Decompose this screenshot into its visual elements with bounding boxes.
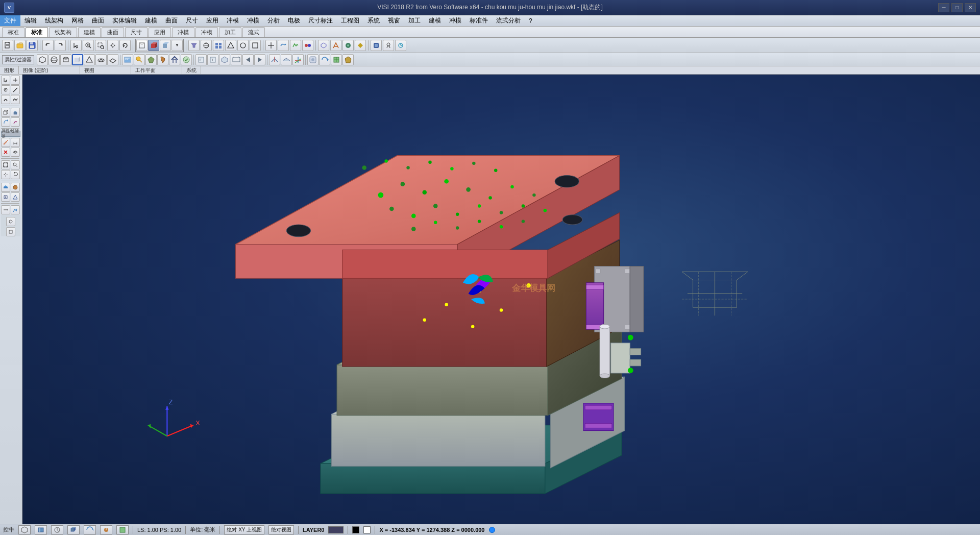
lt-zoom-win[interactable]: [11, 160, 20, 169]
status-view-abs[interactable]: 绝对视图: [268, 525, 294, 534]
lt-extra1[interactable]: [6, 217, 15, 226]
view-top[interactable]: T: [207, 54, 218, 65]
btn-h1[interactable]: [318, 40, 329, 51]
lt-point[interactable]: [1, 85, 10, 94]
menu-surface2[interactable]: 曲面: [161, 15, 182, 26]
tab-machining[interactable]: 加工: [219, 27, 241, 37]
status-btn6[interactable]: [100, 525, 112, 534]
menu-dim[interactable]: 尺寸: [182, 15, 202, 26]
lt-measure[interactable]: [1, 138, 10, 147]
lt-box3d[interactable]: [1, 108, 10, 117]
sys-btn1[interactable]: [307, 54, 318, 65]
shape-cylinder[interactable]: [60, 54, 71, 65]
wp-btn1[interactable]: [269, 54, 280, 65]
lt-zoom-fit[interactable]: [1, 160, 10, 169]
img-btn1[interactable]: [122, 54, 133, 65]
tab-dim[interactable]: 尺寸: [125, 27, 148, 37]
lt-hide[interactable]: [11, 148, 20, 157]
menu-edit[interactable]: 编辑: [20, 15, 41, 26]
lt-dim[interactable]: [11, 138, 20, 147]
tab-standard1[interactable]: 标准: [2, 27, 24, 37]
lt-tool4[interactable]: [11, 192, 20, 202]
menu-help[interactable]: ?: [525, 15, 536, 26]
menu-system[interactable]: 系统: [363, 15, 384, 26]
btn-undo[interactable]: [42, 40, 54, 51]
tab-stamp[interactable]: 冲模: [172, 27, 194, 37]
tab-standard2[interactable]: 标准: [26, 27, 48, 37]
lt-tool6[interactable]: [11, 205, 20, 214]
sys-btn3[interactable]: [331, 54, 342, 65]
img-btn2[interactable]: [134, 54, 145, 65]
lt-tool3[interactable]: [1, 192, 10, 202]
maximize-button[interactable]: □: [951, 3, 963, 12]
shape-sphere[interactable]: [48, 54, 60, 65]
menu-window[interactable]: 视窗: [384, 15, 404, 26]
wp-btn3[interactable]: [292, 54, 304, 65]
shape-torus[interactable]: [95, 54, 107, 65]
lt-tool5[interactable]: [1, 205, 10, 214]
3d-viewport[interactable]: 金华模具网 Z X: [22, 75, 980, 524]
btn-t8[interactable]: [302, 40, 313, 51]
menu-apply[interactable]: 应用: [202, 15, 223, 26]
lt-line[interactable]: [11, 85, 20, 94]
btn-sys2[interactable]: [383, 40, 394, 51]
tab-wireframe[interactable]: 线架构: [49, 27, 77, 37]
status-btn2[interactable]: [35, 525, 47, 534]
img-btn4[interactable]: [157, 54, 168, 65]
menu-stamp2[interactable]: 冲模: [243, 15, 263, 26]
lt-spline[interactable]: [11, 95, 20, 104]
btn-h4[interactable]: [355, 40, 366, 51]
view-iso[interactable]: [219, 54, 230, 65]
btn-new[interactable]: [2, 40, 13, 51]
lt-extra2[interactable]: [6, 227, 15, 236]
btn-save[interactable]: [27, 40, 38, 51]
lt-rotate3d[interactable]: [11, 170, 20, 179]
menu-machining[interactable]: 加工: [404, 15, 425, 26]
status-btn3[interactable]: [51, 525, 63, 534]
menu-build2[interactable]: 建模: [425, 15, 445, 26]
btn-t4[interactable]: [250, 40, 261, 51]
view-persp[interactable]: [231, 54, 242, 65]
btn-sys1[interactable]: [371, 40, 382, 51]
btn-t5[interactable]: [265, 40, 277, 51]
close-button[interactable]: ✕: [965, 3, 976, 12]
btn-select[interactable]: [70, 40, 82, 51]
wp-btn2[interactable]: [281, 54, 292, 65]
btn-filter2[interactable]: [201, 40, 212, 51]
tab-build[interactable]: 建模: [78, 27, 101, 37]
btn-filter1[interactable]: [188, 40, 200, 51]
menu-standard[interactable]: 标准件: [465, 15, 492, 26]
menu-flow[interactable]: 流式分析: [492, 15, 525, 26]
img-btn6[interactable]: [181, 54, 192, 65]
view-next[interactable]: [254, 54, 265, 65]
lt-sweep[interactable]: [11, 117, 20, 127]
btn-open[interactable]: [14, 40, 26, 51]
menu-dim-ann[interactable]: 尺寸标注: [304, 15, 337, 26]
tab-apply[interactable]: 应用: [149, 27, 171, 37]
btn-sys3[interactable]: [395, 40, 406, 51]
lt-tool2[interactable]: [11, 183, 20, 192]
shape-box2[interactable]: [72, 54, 83, 65]
btn-zoom-box[interactable]: [95, 40, 106, 51]
lt-tool1[interactable]: [1, 183, 10, 192]
btn-t1[interactable]: [213, 40, 224, 51]
sys-btn4[interactable]: [342, 54, 354, 65]
view-front[interactable]: F: [195, 54, 207, 65]
btn-zoom-all[interactable]: [83, 40, 94, 51]
tab-surface[interactable]: 曲面: [102, 27, 124, 37]
menu-build[interactable]: 建模: [141, 15, 161, 26]
lt-pan[interactable]: [1, 170, 10, 179]
menu-surface[interactable]: 曲面: [88, 15, 108, 26]
btn-h2[interactable]: [330, 40, 341, 51]
btn-t6[interactable]: [278, 40, 289, 51]
status-btn4[interactable]: [67, 525, 80, 534]
minimize-button[interactable]: ─: [938, 3, 949, 12]
menu-drawing[interactable]: 工程图: [337, 15, 363, 26]
btn-view-options[interactable]: ▼: [172, 40, 183, 51]
btn-t2[interactable]: [225, 40, 236, 51]
tab-stamp2[interactable]: 冲模: [195, 27, 218, 37]
btn-wireframe[interactable]: [136, 40, 148, 51]
menu-electrode[interactable]: 电极: [284, 15, 304, 26]
view-prev[interactable]: [242, 54, 254, 65]
status-view-xy[interactable]: 绝对 XY 上视图: [224, 525, 264, 534]
